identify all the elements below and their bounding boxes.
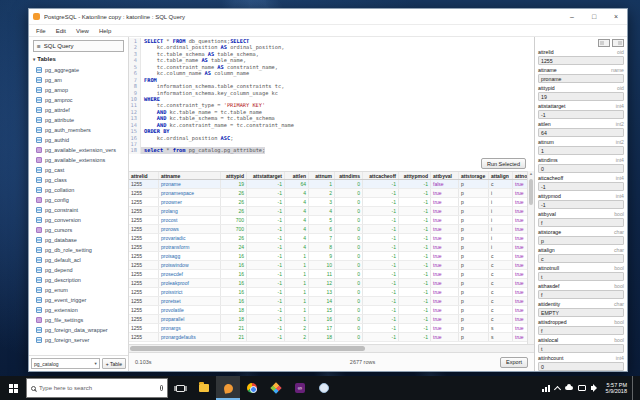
network-icon[interactable] <box>542 385 550 392</box>
field-value-input[interactable]: c <box>538 254 624 263</box>
column-header-atttypmod[interactable]: atttypmod <box>399 172 431 179</box>
field-value-input[interactable]: p <box>538 236 624 245</box>
sidebar-table-pg_amproc[interactable]: pg_amproc <box>29 95 128 105</box>
minimize-button[interactable]: – <box>561 9 583 25</box>
column-header-attname[interactable]: attname <box>159 172 221 179</box>
column-header-attrelid[interactable]: attrelid <box>129 172 159 179</box>
table-row[interactable]: 1255proname19-16410-1-1falsepctrue <box>129 180 534 189</box>
maximize-button[interactable]: □ <box>583 9 605 25</box>
sidebar-table-pg_description[interactable]: pg_description <box>29 275 128 285</box>
table-row[interactable]: 1255proisstrict16-11130-1-1truepctrue <box>129 288 534 297</box>
table-row[interactable]: 1255pronargs21-12170-1-1truepstrue <box>129 324 534 333</box>
sidebar-table-pg_conversion[interactable]: pg_conversion <box>29 215 128 225</box>
volume-icon[interactable] <box>591 386 598 390</box>
table-row[interactable]: 1255provolatile18-11150-1-1truepctrue <box>129 306 534 315</box>
field-value-input[interactable]: 0 <box>538 362 624 371</box>
sidebar-table-pg_attribute[interactable]: pg_attribute <box>29 115 128 125</box>
field-value-input[interactable]: proname <box>538 74 624 83</box>
sidebar-table-pg_db_role_setting[interactable]: pg_db_role_setting <box>29 245 128 255</box>
table-row[interactable]: 1255proiswindow16-11100-1-1truepctrue <box>129 261 534 270</box>
field-value-input[interactable]: 64 <box>538 128 624 137</box>
sidebar-table-pg_cursors[interactable]: pg_cursors <box>29 225 128 235</box>
menu-help[interactable]: Help <box>94 28 116 34</box>
horizontal-scroll-thumb[interactable] <box>130 346 365 351</box>
sidebar-table-pg_class[interactable]: pg_class <box>29 175 128 185</box>
sidebar-table-pg_attrdef[interactable]: pg_attrdef <box>29 105 128 115</box>
field-value-input[interactable]: -1 <box>538 182 624 191</box>
add-table-button[interactable]: + Table <box>102 358 126 369</box>
field-value-input[interactable]: 1255 <box>538 56 624 65</box>
sidebar-table-pg_authid[interactable]: pg_authid <box>29 135 128 145</box>
sidebar-table-pg_foreign_server[interactable]: pg_foreign_server <box>29 335 128 345</box>
table-row[interactable]: 1255proparallel18-11160-1-1truepctrue <box>129 315 534 324</box>
table-row[interactable]: 1255protransform24-1480-1-1truepitrue <box>129 243 534 252</box>
table-row[interactable]: 1255prorows700-1460-1-1truepitrue <box>129 225 534 234</box>
field-value-input[interactable]: -1 <box>538 200 624 209</box>
table-row[interactable]: 1255provariadic26-1470-1-1truepitrue <box>129 234 534 243</box>
column-header-atttypid[interactable]: atttypid <box>221 172 247 179</box>
onedrive-cloud-icon[interactable] <box>565 386 573 390</box>
column-header-attstattarget[interactable]: attstattarget <box>247 172 285 179</box>
sidebar-table-pg_depend[interactable]: pg_depend <box>29 265 128 275</box>
sidebar-table-pg_file_settings[interactable]: pg_file_settings <box>29 315 128 325</box>
menu-file[interactable]: File <box>31 28 51 34</box>
sidebar-table-pg_event_trigger[interactable]: pg_event_trigger <box>29 295 128 305</box>
field-value-input[interactable]: t <box>538 344 624 353</box>
column-header-attlen[interactable]: attlen <box>285 172 309 179</box>
table-row[interactable]: 1255prolang26-1440-1-1truepitrue <box>129 207 534 216</box>
table-row[interactable]: 1255proowner26-1430-1-1truepitrue <box>129 198 534 207</box>
table-row[interactable]: 1255pronargdefaults21-12180-1-1truepstru… <box>129 333 534 342</box>
tables-tree-header[interactable]: ▾ Tables <box>29 53 128 64</box>
sidebar-table-pg_database[interactable]: pg_database <box>29 235 128 245</box>
field-value-input[interactable]: 0 <box>538 164 624 173</box>
taskbar-app-photos-app[interactable] <box>264 376 288 400</box>
field-value-input[interactable]: t <box>538 272 624 281</box>
start-button[interactable] <box>0 376 26 400</box>
sql-editor[interactable]: 1SELECT * FROM db_questions;SELECT2 kc.o… <box>129 37 534 156</box>
chevron-up-icon[interactable] <box>555 385 560 392</box>
schema-select[interactable]: pg_catalog ▾ <box>31 358 100 369</box>
microphone-icon[interactable] <box>160 385 163 391</box>
sidebar-table-pg_available_extension_vers[interactable]: pg_available_extension_vers <box>29 145 128 155</box>
field-value-input[interactable]: f <box>538 290 624 299</box>
vertical-scroll-thumb[interactable] <box>529 179 533 205</box>
field-value-input[interactable]: 19 <box>538 92 624 101</box>
taskbar-app-chrome[interactable] <box>240 376 264 400</box>
sidebar-table-pg_am[interactable]: pg_am <box>29 75 128 85</box>
show-desktop-button[interactable] <box>632 376 637 400</box>
field-value-input[interactable]: f <box>538 218 624 227</box>
taskbar-app-file-explorer[interactable] <box>192 376 216 400</box>
column-header-attnum[interactable]: attnum <box>309 172 335 179</box>
column-header-attbyval[interactable]: attbyval <box>431 172 459 179</box>
sidebar-table-pg_aggregate[interactable]: pg_aggregate <box>29 65 128 75</box>
sidebar-table-pg_foreign_data_wrapper[interactable]: pg_foreign_data_wrapper <box>29 325 128 335</box>
record-prev-button[interactable] <box>598 39 610 47</box>
table-row[interactable]: 1255proleakproof16-11120-1-1truepctrue <box>129 279 534 288</box>
menu-view[interactable]: View <box>71 28 94 34</box>
sidebar-table-pg_collation[interactable]: pg_collation <box>29 185 128 195</box>
title-bar[interactable]: PostgreSQL - Katonline copy : katonline … <box>29 9 627 25</box>
sidebar-table-pg_config[interactable]: pg_config <box>29 195 128 205</box>
scroll-up-arrow[interactable]: ▲ <box>528 171 534 177</box>
sidebar-item-sql-query[interactable]: ≡ SQL Query <box>33 40 124 52</box>
display-icon[interactable] <box>578 385 586 391</box>
column-header-attstorage[interactable]: attstorage <box>459 172 489 179</box>
taskbar-clock[interactable]: 5:57 PM 5/9/2018 <box>603 382 627 395</box>
sidebar-table-pg_default_acl[interactable]: pg_default_acl <box>29 255 128 265</box>
run-selected-button[interactable]: Run Selected <box>481 158 526 169</box>
sidebar-table-pg_available_extensions[interactable]: pg_available_extensions <box>29 155 128 165</box>
vertical-scrollbar[interactable]: ▲ <box>527 171 534 344</box>
close-button[interactable]: × <box>605 9 627 25</box>
horizontal-scrollbar[interactable] <box>129 344 534 352</box>
taskbar-app-round-app[interactable] <box>312 376 336 400</box>
sidebar-table-pg_auth_members[interactable]: pg_auth_members <box>29 125 128 135</box>
taskbar-app-task-view[interactable] <box>168 376 192 400</box>
taskbar-search[interactable]: Type here to search <box>26 378 168 398</box>
table-row[interactable]: 1255proisagg16-1190-1-1truepctrue <box>129 252 534 261</box>
field-value-input[interactable]: f <box>538 326 624 335</box>
field-value-input[interactable]: 1 <box>538 146 624 155</box>
field-value-input[interactable]: EMPTY <box>538 308 624 317</box>
sidebar-table-pg_extension[interactable]: pg_extension <box>29 305 128 315</box>
table-row[interactable]: 1255pronamespace26-1420-1-1truepitrue <box>129 189 534 198</box>
sidebar-table-pg_amop[interactable]: pg_amop <box>29 85 128 95</box>
